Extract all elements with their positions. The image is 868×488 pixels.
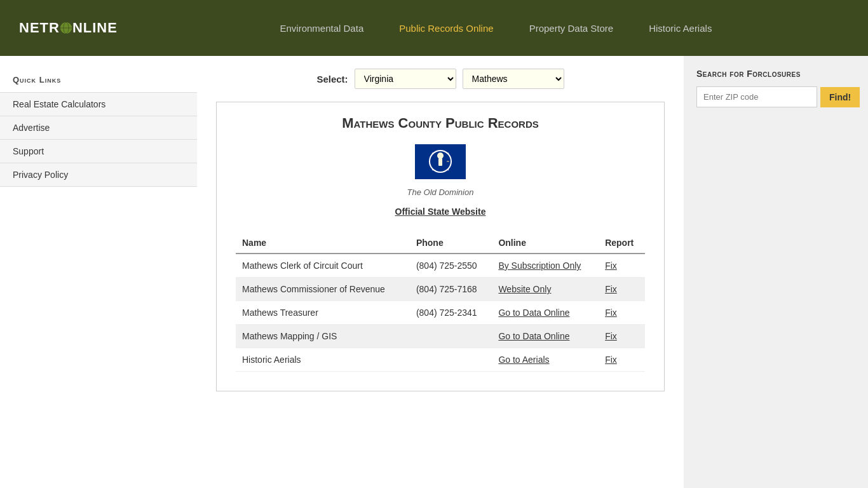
report-link[interactable]: Fix	[605, 261, 617, 271]
state-select[interactable]: Virginia	[355, 69, 456, 89]
nav-property-data-store[interactable]: Property Data Store	[512, 0, 632, 56]
svg-text:✦: ✦	[431, 151, 434, 155]
report-link[interactable]: Fix	[605, 355, 617, 365]
col-header-name: Name	[236, 233, 410, 254]
svg-text:✦: ✦	[447, 151, 449, 155]
cell-name: Historic Aerials	[236, 348, 410, 372]
cell-phone: (804) 725-2550	[410, 254, 492, 278]
report-link[interactable]: Fix	[605, 284, 617, 294]
cell-report: Fix	[599, 278, 645, 301]
site-header: NETR NLINE Environmental Data Public Rec…	[0, 0, 868, 56]
select-label: Select:	[316, 74, 348, 85]
nav-public-records[interactable]: Public Records Online	[381, 0, 511, 56]
sidebar-item-advertise[interactable]: Advertise	[0, 116, 197, 139]
sidebar-item-privacy[interactable]: Privacy Policy	[0, 163, 197, 187]
main-container: Quick Links Real Estate Calculators Adve…	[0, 56, 868, 488]
county-select[interactable]: Mathews	[463, 69, 564, 89]
report-link[interactable]: Fix	[605, 331, 617, 341]
table-row: Mathews Clerk of Circuit Court(804) 725-…	[236, 254, 645, 278]
sidebar-item-support[interactable]: Support	[0, 139, 197, 163]
nav-environmental-data[interactable]: Environmental Data	[262, 0, 381, 56]
cell-online: Website Only	[492, 278, 599, 301]
records-table: Name Phone Online Report Mathews Clerk o…	[236, 233, 645, 372]
online-link[interactable]: Website Only	[498, 284, 551, 294]
official-link-container: Official State Website	[236, 207, 645, 217]
svg-text:✦: ✦	[447, 168, 449, 172]
right-sidebar: Search for Forclosures Find!	[684, 56, 868, 488]
sidebar-title: Quick Links	[0, 69, 197, 92]
foreclosure-search-box: Find!	[696, 86, 855, 107]
svg-rect-9	[447, 161, 449, 162]
table-row: Historic AerialsGo to AerialsFix	[236, 348, 645, 372]
cell-report: Fix	[599, 348, 645, 372]
report-link[interactable]: Fix	[605, 308, 617, 318]
col-header-report: Report	[599, 233, 645, 254]
online-link[interactable]: Go to Data Online	[498, 331, 569, 341]
cell-name: Mathews Clerk of Circuit Court	[236, 254, 410, 278]
zip-input[interactable]	[696, 86, 817, 107]
cell-report: Fix	[599, 254, 645, 278]
flag-caption: The Old Dominion	[236, 187, 645, 197]
cell-phone: (804) 725-2341	[410, 301, 492, 325]
online-link[interactable]: Go to Aerials	[498, 355, 549, 365]
main-content: Select: Virginia Mathews Mathews County …	[197, 56, 684, 488]
cell-online: Go to Aerials	[492, 348, 599, 372]
cell-report: Fix	[599, 325, 645, 348]
table-row: Mathews Treasurer(804) 725-2341Go to Dat…	[236, 301, 645, 325]
site-logo[interactable]: NETR NLINE	[19, 20, 118, 36]
find-button[interactable]: Find!	[820, 87, 860, 107]
online-link[interactable]: By Subscription Only	[498, 261, 581, 271]
cell-online: Go to Data Online	[492, 325, 599, 348]
county-title: Mathews County Public Records	[236, 115, 645, 132]
cell-online: Go to Data Online	[492, 301, 599, 325]
state-flag: ✦ ✦ ✦ ✦	[415, 144, 466, 179]
cell-name: Mathews Treasurer	[236, 301, 410, 325]
col-header-phone: Phone	[410, 233, 492, 254]
table-row: Mathews Mapping / GISGo to Data OnlineFi…	[236, 325, 645, 348]
main-nav: Environmental Data Public Records Online…	[143, 0, 849, 56]
cell-report: Fix	[599, 301, 645, 325]
svg-rect-7	[438, 158, 442, 166]
state-county-select-row: Select: Virginia Mathews	[216, 69, 665, 89]
logo-text: NETR	[19, 20, 60, 36]
col-header-online: Online	[492, 233, 599, 254]
county-content: Mathews County Public Records	[216, 102, 665, 391]
cell-online: By Subscription Only	[492, 254, 599, 278]
online-link[interactable]: Go to Data Online	[498, 308, 569, 318]
foreclosure-title: Search for Forclosures	[696, 69, 855, 79]
nav-historic-aerials[interactable]: Historic Aerials	[631, 0, 729, 56]
logo-globe-icon	[60, 22, 72, 34]
sidebar-item-real-estate[interactable]: Real Estate Calculators	[0, 92, 197, 116]
table-row: Mathews Commissioner of Revenue(804) 725…	[236, 278, 645, 301]
cell-phone	[410, 348, 492, 372]
official-state-website-link[interactable]: Official State Website	[395, 207, 486, 217]
cell-phone: (804) 725-7168	[410, 278, 492, 301]
svg-text:✦: ✦	[431, 168, 434, 172]
cell-name: Mathews Mapping / GIS	[236, 325, 410, 348]
svg-point-6	[437, 152, 444, 159]
cell-phone	[410, 325, 492, 348]
cell-name: Mathews Commissioner of Revenue	[236, 278, 410, 301]
sidebar: Quick Links Real Estate Calculators Adve…	[0, 56, 197, 488]
logo-text-end: NLINE	[72, 20, 118, 36]
state-flag-container: ✦ ✦ ✦ ✦	[236, 144, 645, 181]
